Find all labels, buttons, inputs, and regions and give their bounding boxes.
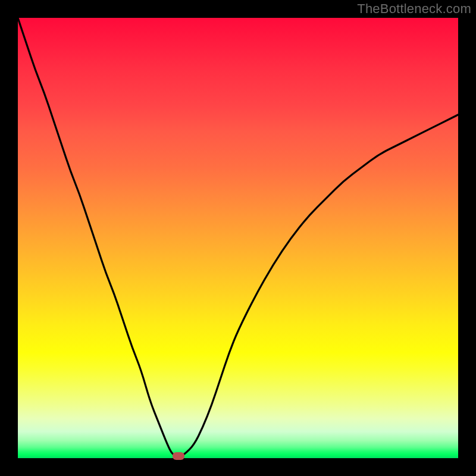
bottleneck-curve — [18, 18, 458, 458]
minimum-marker — [173, 452, 184, 460]
watermark-text: TheBottleneck.com — [357, 1, 471, 17]
plot-area — [18, 18, 458, 458]
chart-stage: TheBottleneck.com — [0, 0, 476, 476]
